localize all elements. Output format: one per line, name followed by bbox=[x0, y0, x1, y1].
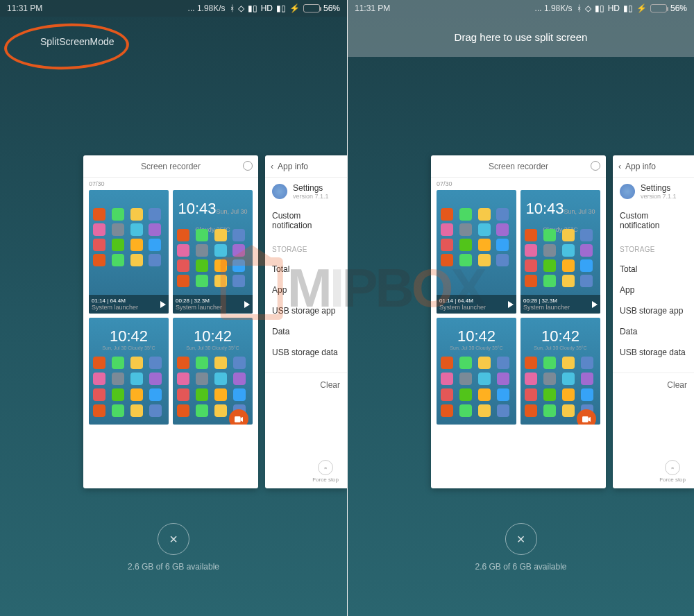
home-preview[interactable]: 10:42Sun, Jul 30 Cloudy 35°C bbox=[89, 318, 169, 425]
app-grid-preview bbox=[177, 229, 248, 287]
home-preview[interactable]: 10:42Sun, Jul 30 Cloudy 35°C bbox=[520, 318, 600, 425]
status-indicators: ᚼ ◇ ▮▯ HD ▮▯ ⚡ 56% bbox=[230, 3, 340, 13]
status-speed: ... 1.98K/s bbox=[42, 3, 225, 13]
home-preview[interactable]: 10:42Sun, Jul 30 Cloudy 35°C bbox=[173, 318, 253, 425]
home-preview[interactable]: 10:42Sun, Jul 30 Cloudy 35°C bbox=[437, 318, 516, 425]
network-label: HD bbox=[261, 3, 273, 13]
record-fab[interactable] bbox=[229, 409, 248, 425]
date-label: 07/30 bbox=[431, 178, 606, 190]
app-info-header: ‹ App info bbox=[613, 155, 694, 178]
status-time: 11:31 PM bbox=[7, 3, 42, 13]
wifi-icon: ◇ bbox=[585, 3, 591, 13]
settings-app-icon bbox=[272, 184, 287, 199]
recording-meta: 00:28 | 32.3MSystem launcher bbox=[173, 295, 253, 314]
settings-icon[interactable] bbox=[591, 161, 600, 171]
signal-icon: ▮▯ bbox=[248, 3, 257, 13]
force-stop[interactable]: × Force stop bbox=[312, 460, 339, 483]
row-data[interactable]: Data bbox=[265, 321, 347, 342]
back-icon[interactable]: ‹ bbox=[618, 162, 621, 171]
drag-hint: Drag here to use split screen bbox=[455, 31, 588, 43]
svg-rect-3 bbox=[582, 416, 589, 422]
close-all: × 2.6 GB of 6 GB available bbox=[128, 523, 219, 572]
play-icon[interactable] bbox=[592, 301, 598, 308]
charging-icon: ⚡ bbox=[289, 3, 300, 13]
battery-pct: 56% bbox=[670, 3, 687, 13]
section-storage: Storage bbox=[613, 236, 694, 259]
recording-meta: 00:28 | 32.3MSystem launcher bbox=[520, 295, 600, 314]
bluetooth-icon: ᚼ bbox=[577, 3, 582, 13]
network-label: HD bbox=[608, 3, 620, 13]
app-grid-preview bbox=[177, 357, 248, 417]
recording-thumb[interactable]: 01:14 | 64.4MSystem launcher bbox=[89, 190, 169, 314]
recent-card-app-info[interactable]: App info ‹ App info Settingsversion 7.1.… bbox=[613, 155, 694, 488]
date-label: 07/30 bbox=[83, 178, 258, 190]
close-icon: × bbox=[665, 460, 680, 475]
row-data[interactable]: Data bbox=[613, 321, 694, 342]
play-icon[interactable] bbox=[160, 301, 166, 308]
app-info-app[interactable]: Settingsversion 7.1.1 bbox=[265, 178, 347, 205]
recording-thumb[interactable]: 01:14 | 64.4MSystem launcher bbox=[437, 190, 516, 314]
close-icon: × bbox=[318, 460, 333, 475]
app-grid-preview bbox=[93, 357, 164, 417]
recent-card-app-info[interactable]: App info ‹ App info Settingsversion 7.1.… bbox=[265, 155, 347, 488]
home-previews: 10:42Sun, Jul 30 Cloudy 35°C 10:42Sun, J… bbox=[83, 314, 258, 425]
app-grid-preview bbox=[441, 208, 512, 266]
app-info-app[interactable]: Settingsversion 7.1.1 bbox=[613, 178, 694, 205]
back-icon[interactable]: ‹ bbox=[271, 162, 273, 171]
recording-thumbnails: 01:14 | 64.4MSystem launcher 10:43Sun, J… bbox=[83, 190, 258, 314]
close-all: × 2.6 GB of 6 GB available bbox=[475, 523, 566, 572]
recording-thumbnails: 01:14 | 64.4MSystem launcher 10:43Sun, J… bbox=[431, 190, 606, 314]
status-time: 11:31 PM bbox=[355, 3, 390, 13]
settings-app-icon bbox=[620, 184, 635, 199]
row-custom-notification[interactable]: Custom notification bbox=[265, 205, 347, 236]
close-all-button[interactable]: × bbox=[505, 523, 536, 555]
wifi-icon: ◇ bbox=[238, 3, 244, 13]
home-previews: 10:42Sun, Jul 30 Cloudy 35°C 10:42Sun, J… bbox=[431, 314, 606, 425]
row-usb-app[interactable]: USB storage app bbox=[613, 300, 694, 321]
phone-screenshot-right: Drag here to use split screen 11:31 PM .… bbox=[347, 0, 694, 616]
split-label: SplitScreenMode bbox=[40, 36, 115, 47]
record-fab[interactable] bbox=[577, 409, 596, 425]
close-all-button[interactable]: × bbox=[158, 523, 189, 555]
play-icon[interactable] bbox=[508, 301, 514, 308]
row-total[interactable]: Total bbox=[265, 259, 347, 280]
app-grid-preview bbox=[441, 357, 512, 417]
recording-meta: 01:14 | 64.4MSystem launcher bbox=[437, 295, 516, 314]
play-icon[interactable] bbox=[244, 301, 250, 308]
settings-icon[interactable] bbox=[243, 161, 253, 171]
svg-rect-1 bbox=[235, 416, 241, 422]
clear-button[interactable]: Clear bbox=[613, 373, 694, 397]
status-bar: 11:31 PM ... 1.98K/s ᚼ ◇ ▮▯ HD ▮▯ ⚡ 56% bbox=[0, 0, 347, 17]
recording-thumb[interactable]: 10:43Sun, Jul 30 Cloudy 35°C 00:28 | 32.… bbox=[520, 190, 600, 314]
app-grid-preview bbox=[93, 208, 164, 266]
row-total[interactable]: Total bbox=[613, 259, 694, 280]
recording-thumb[interactable]: 10:43Sun, Jul 30 Cloudy 35°C 00:28 | 32.… bbox=[173, 190, 253, 314]
row-usb-data[interactable]: USB storage data bbox=[265, 342, 347, 363]
battery-icon bbox=[650, 4, 667, 12]
signal-icon: ▮▯ bbox=[595, 3, 604, 13]
row-app[interactable]: App bbox=[613, 280, 694, 300]
phone-screenshot-left: 11:31 PM ... 1.98K/s ᚼ ◇ ▮▯ HD ▮▯ ⚡ 56% … bbox=[0, 0, 347, 616]
force-stop[interactable]: × Force stop bbox=[659, 460, 686, 483]
status-speed: ... 1.98K/s bbox=[390, 3, 572, 13]
row-custom-notification[interactable]: Custom notification bbox=[613, 205, 694, 236]
bluetooth-icon: ᚼ bbox=[230, 3, 235, 13]
row-usb-app[interactable]: USB storage app bbox=[265, 300, 347, 321]
battery-icon bbox=[303, 4, 320, 12]
split-screen-mode-button[interactable]: SplitScreenMode bbox=[24, 36, 115, 47]
recent-card-screen-recorder[interactable]: Screen recorder Screen recorder 07/30 01… bbox=[83, 155, 258, 488]
signal2-icon: ▮▯ bbox=[623, 3, 633, 13]
recents-carousel[interactable]: Screen recorder Screen recorder 07/30 01… bbox=[431, 155, 694, 488]
app-grid-preview bbox=[525, 357, 596, 417]
app-grid-preview bbox=[525, 229, 596, 287]
clear-button[interactable]: Clear bbox=[265, 373, 347, 397]
recents-carousel[interactable]: Screen recorder Screen recorder 07/30 01… bbox=[83, 155, 347, 488]
card-header: Screen recorder bbox=[83, 155, 258, 178]
row-app[interactable]: App bbox=[265, 280, 347, 300]
memory-label: 2.6 GB of 6 GB available bbox=[128, 562, 219, 572]
status-bar: 11:31 PM ... 1.98K/s ᚼ ◇ ▮▯ HD ▮▯ ⚡ 56% bbox=[348, 0, 694, 17]
recent-card-screen-recorder[interactable]: Screen recorder Screen recorder 07/30 01… bbox=[431, 155, 606, 488]
app-info-header: ‹ App info bbox=[265, 155, 347, 178]
section-storage: Storage bbox=[265, 236, 347, 259]
row-usb-data[interactable]: USB storage data bbox=[613, 342, 694, 363]
